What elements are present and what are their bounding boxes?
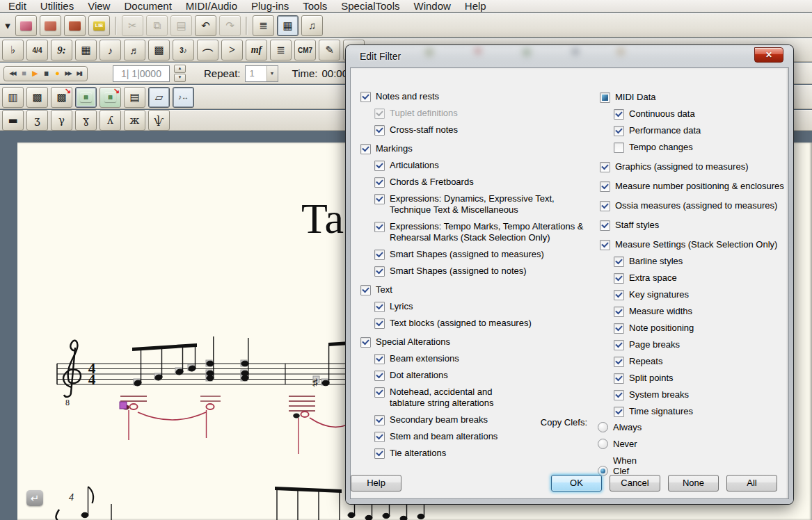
checkbox-icon[interactable]	[374, 371, 385, 381]
filter-option-row[interactable]: System breaks	[614, 389, 788, 400]
print-icon[interactable]	[40, 15, 61, 36]
filter-option-row[interactable]: Chords & Fretboards	[374, 177, 597, 188]
radio-icon[interactable]	[598, 439, 608, 449]
checkbox-icon[interactable]	[374, 302, 385, 312]
menu-item[interactable]: MIDI/Audio	[179, 0, 244, 12]
checkbox-icon[interactable]	[614, 340, 624, 350]
menu-item[interactable]: Tools	[296, 0, 334, 12]
filter-option-row[interactable]: Barline styles	[614, 256, 788, 267]
staff-tool-icon[interactable]: ≣	[270, 40, 292, 60]
grid-link-view-icon[interactable]: ▩ ↘	[51, 87, 72, 108]
checkbox-icon[interactable]	[360, 337, 371, 348]
checkbox-icon[interactable]	[374, 125, 385, 136]
filter-option-row[interactable]: Staff styles	[600, 220, 788, 231]
simple-entry-tool-icon[interactable]: ♪	[99, 40, 121, 60]
checkbox-icon[interactable]	[374, 250, 385, 260]
tuplet-tool-icon[interactable]: 3♪	[173, 40, 194, 60]
stop-button[interactable]: ■	[19, 69, 28, 79]
menu-item[interactable]: Plug-ins	[244, 0, 296, 12]
spin-down-button[interactable]: ▼	[174, 74, 186, 82]
checkbox-icon[interactable]	[374, 108, 385, 119]
checkbox-icon[interactable]	[614, 109, 624, 120]
checkbox-icon[interactable]	[614, 390, 624, 400]
sixteenth-rest-icon[interactable]: ɣ	[75, 110, 97, 131]
thirty-second-rest-icon[interactable]: ʎ	[99, 110, 121, 131]
menu-item[interactable]: Help	[458, 0, 493, 12]
filter-option-row[interactable]: Repeats	[614, 356, 788, 367]
cut-icon[interactable]: ✂	[122, 15, 143, 36]
filter-option-row[interactable]: Lyrics	[374, 301, 597, 312]
checkbox-icon[interactable]	[600, 162, 610, 172]
chord-tool-icon[interactable]: CM7	[294, 40, 316, 60]
filter-option-row[interactable]: Key signatures	[614, 289, 788, 300]
checkbox-icon[interactable]	[374, 177, 385, 188]
sixty-fourth-rest-icon[interactable]: ж	[124, 110, 145, 131]
scroll-view-icon[interactable]: ≣	[253, 15, 274, 36]
whole-rest-icon[interactable]: ▬	[2, 110, 24, 131]
checkbox-icon[interactable]	[614, 143, 624, 153]
checkbox-icon[interactable]	[360, 92, 371, 102]
playback-palette-icon[interactable]: ♫	[301, 15, 323, 36]
checkbox-icon[interactable]	[374, 194, 385, 204]
spin-up-button[interactable]: ▲	[174, 65, 186, 73]
note-spacing-icon[interactable]: ♪↔	[173, 87, 194, 108]
record-button[interactable]: ●	[52, 69, 61, 79]
checkbox-icon[interactable]	[374, 266, 385, 277]
library-book-icon[interactable]	[64, 15, 86, 36]
filter-option-row[interactable]: Graphics (assigned to measures)	[600, 161, 788, 172]
go-to-end-button[interactable]: ▶▮	[74, 69, 83, 79]
dialog-button[interactable]: Help	[351, 475, 401, 491]
filter-option-row[interactable]: Notes and rests	[360, 91, 597, 102]
checkbox-icon[interactable]	[614, 273, 624, 284]
menu-item[interactable]: Document	[117, 0, 178, 12]
more-arrow-icon[interactable]: ▾	[3, 16, 13, 35]
filter-option-row[interactable]: Articulations	[374, 160, 597, 171]
filter-option-row[interactable]: Expressions: Tempo Marks, Tempo Alterati…	[374, 221, 597, 243]
play-button[interactable]: ▶	[30, 69, 39, 79]
speedy-entry-tool-icon[interactable]: ♬	[124, 40, 145, 60]
checkbox-icon[interactable]	[360, 285, 371, 295]
fast-forward-button[interactable]: ▶▶	[63, 69, 72, 79]
menu-item[interactable]: SpecialTools	[334, 0, 406, 12]
pause-button[interactable]: ▮▮	[41, 69, 50, 79]
filter-option-row[interactable]: Text blocks (assigned to measures)	[374, 318, 597, 329]
checkbox-icon[interactable]	[374, 161, 385, 171]
close-button[interactable]: ✕	[754, 47, 783, 63]
filter-option-row[interactable]: Notehead, accidental and tablature strin…	[374, 387, 597, 409]
filter-option-row[interactable]: Expressions: Dynamics, Expressive Text, …	[374, 193, 597, 216]
dialog-button[interactable]: None	[668, 475, 719, 491]
dialog-button[interactable]: All	[726, 475, 777, 491]
radio-option[interactable]: Always	[598, 422, 649, 432]
clef-tool-icon[interactable]: 9:	[51, 40, 72, 60]
filter-option-row[interactable]: Page breaks	[614, 339, 788, 350]
filter-option-row[interactable]: Split points	[614, 373, 788, 384]
toolbar-button[interactable]	[115, 17, 117, 35]
filter-option-row[interactable]: MIDI Data	[600, 92, 788, 103]
score-manager-view-icon[interactable]: ▥	[2, 87, 24, 108]
filter-option-row[interactable]: Measure number positioning & enclosures	[600, 181, 788, 192]
copy-icon[interactable]: ⧉	[146, 15, 168, 36]
repeat-select[interactable]: 1 ▼	[245, 65, 278, 82]
filter-option-row[interactable]: Tuplet definitions	[374, 108, 597, 119]
checkbox-icon[interactable]	[374, 432, 385, 442]
checkbox-icon[interactable]	[614, 290, 624, 300]
filter-option-row[interactable]: Smart Shapes (assigned to measures)	[374, 249, 597, 260]
filter-option-row[interactable]: Beam extensions	[374, 353, 597, 364]
checkbox-icon[interactable]	[374, 415, 385, 425]
page-view-icon[interactable]: ▤	[75, 87, 97, 108]
save-icon[interactable]	[15, 15, 37, 36]
filter-option-row[interactable]: Note positioning	[614, 323, 788, 334]
filter-option-row[interactable]: Tie alterations	[374, 448, 597, 459]
hyperscribe-tool-icon[interactable]: ▩	[148, 40, 170, 60]
text-block-handle[interactable]: ↵	[26, 490, 43, 506]
menu-item[interactable]: Utilities	[33, 0, 81, 12]
studio-view-icon[interactable]: ▦	[277, 15, 298, 36]
checkbox-icon[interactable]	[600, 201, 610, 211]
checkbox-icon[interactable]	[614, 307, 624, 317]
checkbox-icon[interactable]	[614, 257, 624, 267]
filter-option-row[interactable]: Performance data	[614, 125, 788, 136]
filter-option-row[interactable]: Cross-staff notes	[374, 124, 597, 136]
checkbox-icon[interactable]	[600, 220, 610, 231]
checkbox-icon[interactable]	[600, 181, 610, 192]
checkbox-icon[interactable]	[360, 144, 371, 154]
